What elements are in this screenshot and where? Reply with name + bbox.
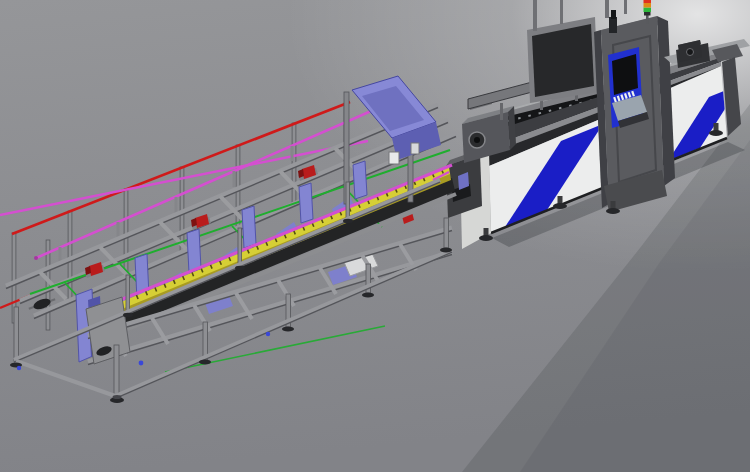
beam-strut-1 bbox=[500, 103, 503, 120]
tower-strut bbox=[605, 0, 609, 18]
frame-strut-2 bbox=[560, 0, 563, 24]
hmi-screen bbox=[612, 54, 638, 95]
tower-strut-2 bbox=[624, 0, 627, 14]
caster-blue-3 bbox=[266, 332, 270, 336]
chuck-bore-center bbox=[474, 137, 480, 143]
pusher-weldment bbox=[86, 297, 130, 364]
camera-body bbox=[609, 17, 617, 33]
signal-base bbox=[644, 12, 651, 16]
sensor-box-1 bbox=[389, 152, 399, 164]
signal-red-lens bbox=[644, 0, 652, 3]
caster-blue-2 bbox=[139, 361, 144, 366]
signal-green-lens bbox=[644, 8, 652, 13]
signal-orange-lens bbox=[644, 3, 652, 8]
drive-motor-shaft bbox=[687, 49, 694, 56]
3d-viewport[interactable]: Laser tube cutting machine with automati… bbox=[0, 0, 750, 472]
caster-blue-1 bbox=[17, 366, 21, 370]
monitor-screen bbox=[532, 24, 594, 97]
magenta-tube-end bbox=[34, 256, 38, 260]
camera-lens bbox=[611, 10, 616, 19]
frame-strut-1 bbox=[533, 0, 537, 31]
signal-pole bbox=[646, 15, 649, 24]
sensor-box-2 bbox=[411, 143, 419, 154]
cad-render-stage: Laser tube cutting machine with automati… bbox=[0, 0, 750, 472]
